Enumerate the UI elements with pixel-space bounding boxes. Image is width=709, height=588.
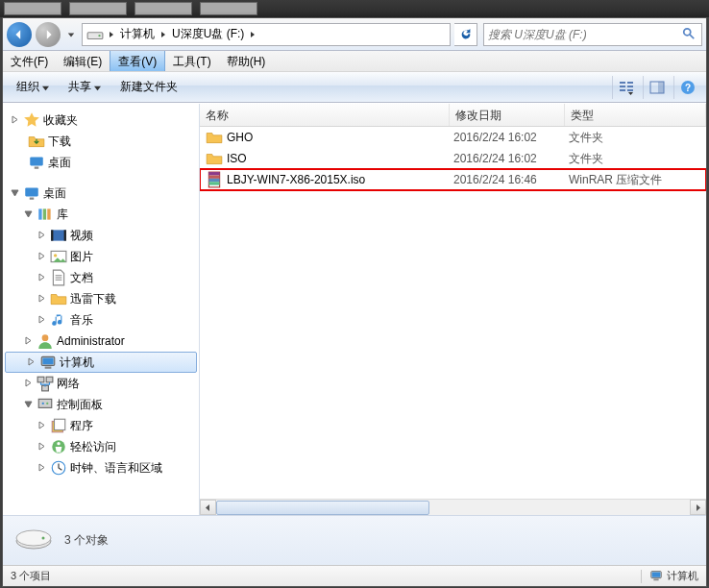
tree-music[interactable]: 音乐 xyxy=(3,309,199,331)
svg-rect-18 xyxy=(43,208,46,219)
tree-pictures[interactable]: 图片 xyxy=(3,246,199,267)
star-icon xyxy=(23,111,40,129)
video-icon xyxy=(50,227,67,244)
ease-icon xyxy=(50,438,67,455)
forward-button[interactable] xyxy=(36,22,61,47)
file-date: 2016/2/24 16:02 xyxy=(453,152,569,165)
path-separator[interactable] xyxy=(158,24,169,45)
new-folder-button[interactable]: 新建文件夹 xyxy=(112,75,185,99)
svg-rect-44 xyxy=(208,182,219,184)
tree-desktop[interactable]: 桌面 xyxy=(3,183,199,204)
history-dropdown[interactable] xyxy=(64,24,78,45)
file-name: ISO xyxy=(227,152,453,165)
file-row[interactable]: ISO2016/2/24 16:02文件夹 xyxy=(200,148,706,169)
address-bar[interactable]: 计算机 U深度U盘 (F:) xyxy=(82,23,451,46)
scroll-track[interactable] xyxy=(216,500,690,515)
column-date[interactable]: 修改日期 xyxy=(450,104,565,126)
column-name[interactable]: 名称 xyxy=(200,104,450,126)
computer-icon xyxy=(39,354,57,371)
menu-file[interactable]: 文件(F) xyxy=(3,51,56,71)
file-row[interactable]: LBJY-WIN7-X86-2015X.iso2016/2/24 16:46Wi… xyxy=(200,169,706,190)
svg-rect-30 xyxy=(46,377,53,382)
nav-bar: 计算机 U深度U盘 (F:) xyxy=(3,18,706,51)
tree-control-panel[interactable]: 控制面板 xyxy=(3,394,199,415)
svg-point-47 xyxy=(42,536,45,539)
svg-rect-49 xyxy=(652,572,661,576)
svg-rect-43 xyxy=(208,179,219,182)
horizontal-scrollbar[interactable] xyxy=(200,499,706,515)
menu-view[interactable]: 查看(V) xyxy=(110,51,165,71)
svg-rect-6 xyxy=(627,82,633,84)
svg-rect-17 xyxy=(38,208,41,219)
scroll-right-button[interactable] xyxy=(690,500,706,515)
svg-rect-13 xyxy=(30,157,43,165)
folder-icon xyxy=(50,290,67,307)
tree-ease-of-access[interactable]: 轻松访问 xyxy=(3,436,199,457)
file-list-pane: 名称 修改日期 类型 GHO2016/2/24 16:02文件夹ISO2016/… xyxy=(200,104,706,515)
tree-network[interactable]: 网络 xyxy=(3,373,199,394)
tree-videos[interactable]: 视频 xyxy=(3,225,199,246)
file-date: 2016/2/24 16:02 xyxy=(453,131,569,144)
svg-rect-36 xyxy=(55,419,65,429)
tree-programs[interactable]: 程序 xyxy=(3,415,199,436)
svg-rect-32 xyxy=(38,399,52,407)
svg-rect-29 xyxy=(37,377,44,382)
file-name: GHO xyxy=(227,131,453,144)
file-row[interactable]: GHO2016/2/24 16:02文件夹 xyxy=(200,127,706,148)
computer-icon xyxy=(649,569,663,584)
music-icon xyxy=(50,311,67,329)
toolbar: 组织 共享 新建文件夹 ? xyxy=(3,72,706,103)
svg-point-34 xyxy=(46,403,48,404)
tree-documents[interactable]: 文档 xyxy=(3,267,199,288)
column-headers: 名称 修改日期 类型 xyxy=(200,104,706,127)
tree-libraries[interactable]: 库 xyxy=(3,204,199,225)
refresh-button[interactable] xyxy=(454,23,477,46)
path-separator[interactable] xyxy=(247,24,258,45)
search-box[interactable] xyxy=(483,23,702,46)
svg-rect-10 xyxy=(658,82,664,93)
drive-icon xyxy=(86,26,104,43)
tree-desktop-fav[interactable]: 桌面 xyxy=(3,152,199,173)
control-panel-icon xyxy=(37,396,54,413)
tree-computer[interactable]: 计算机 xyxy=(5,352,197,373)
back-button[interactable] xyxy=(7,22,32,47)
desktop-icon xyxy=(28,154,45,171)
drive-icon xyxy=(14,526,53,556)
programs-icon xyxy=(50,417,67,434)
menu-help[interactable]: 帮助(H) xyxy=(219,51,274,71)
scroll-left-button[interactable] xyxy=(200,500,216,515)
column-type[interactable]: 类型 xyxy=(565,104,706,126)
share-button[interactable]: 共享 xyxy=(61,75,109,99)
svg-rect-27 xyxy=(42,358,53,365)
folder-icon xyxy=(206,150,223,167)
details-text: 3 个对象 xyxy=(64,532,109,549)
pictures-icon xyxy=(50,248,67,265)
folder-icon xyxy=(28,133,45,150)
menu-edit[interactable]: 编辑(E) xyxy=(56,51,110,71)
tree-administrator[interactable]: Administrator xyxy=(3,331,199,352)
preview-pane-button[interactable] xyxy=(643,76,670,99)
svg-rect-21 xyxy=(51,230,53,240)
svg-rect-5 xyxy=(620,89,625,91)
tree-downloads[interactable]: 下载 xyxy=(3,131,199,152)
help-button[interactable]: ? xyxy=(673,76,700,99)
network-icon xyxy=(37,375,54,392)
menu-tools[interactable]: 工具(T) xyxy=(165,51,218,71)
organize-button[interactable]: 组织 xyxy=(9,75,57,99)
svg-rect-41 xyxy=(208,172,219,175)
tree-favorites[interactable]: 收藏夹 xyxy=(3,110,199,131)
breadcrumb-drive[interactable]: U深度U盘 (F:) xyxy=(169,24,247,45)
search-input[interactable] xyxy=(488,28,682,41)
tree-clock-lang[interactable]: 时钟、语言和区域 xyxy=(3,457,199,478)
file-list[interactable]: GHO2016/2/24 16:02文件夹ISO2016/2/24 16:02文… xyxy=(200,127,706,499)
tree-xunlei[interactable]: 迅雷下载 xyxy=(3,288,199,309)
scroll-thumb[interactable] xyxy=(216,501,429,515)
svg-point-38 xyxy=(57,442,60,445)
path-separator[interactable] xyxy=(106,24,117,45)
svg-point-1 xyxy=(98,35,100,37)
file-date: 2016/2/24 16:46 xyxy=(453,173,569,186)
navigation-pane[interactable]: 收藏夹 下载 桌面 桌面 库 视频 图片 文档 迅雷下载 音乐 Administ… xyxy=(3,104,200,515)
view-options-button[interactable] xyxy=(612,76,639,99)
breadcrumb-computer[interactable]: 计算机 xyxy=(117,24,158,45)
svg-rect-3 xyxy=(620,82,625,84)
